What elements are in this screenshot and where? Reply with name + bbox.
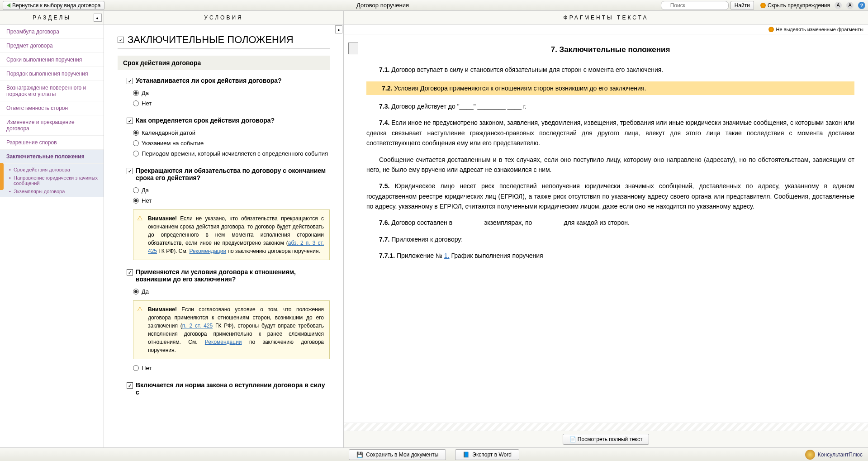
- full-text-row: 📄 Посмотреть полный текст: [344, 431, 868, 447]
- document-body[interactable]: 7. Заключительные положения 7.1. Договор…: [344, 34, 868, 423]
- back-button[interactable]: Вернуться к выбору вида договора: [3, 1, 104, 10]
- clause-num: 7.1.: [379, 66, 389, 73]
- clause-7-7-1: 7.7.1. Приложение № 1. График выполнения…: [366, 251, 854, 261]
- nav-item-payment[interactable]: Вознаграждение поверенного и порядок его…: [0, 81, 104, 101]
- question-5: ✓ Включается ли норма закона о вступлени…: [118, 381, 330, 396]
- nav-item-order[interactable]: Порядок выполнения поручения: [0, 67, 104, 81]
- q2-opt-2[interactable]: Указанием на событие: [127, 138, 330, 148]
- sub-item-validity[interactable]: Срок действия договора: [9, 166, 104, 174]
- font-size-icon-2[interactable]: A: [846, 2, 854, 9]
- sidebar: РАЗДЕЛЫ ◂ Преамбула договора Предмет дог…: [0, 11, 104, 447]
- fragments-subheader: Не выделять измененные фрагменты: [344, 25, 868, 34]
- collapse-sidebar-icon[interactable]: ◂: [94, 14, 102, 22]
- hide-warnings-link[interactable]: Скрыть предупреждения: [760, 2, 830, 9]
- warn2-link1[interactable]: п. 2 ст. 425: [182, 323, 213, 329]
- warn1-link2[interactable]: Рекомендации: [189, 248, 226, 254]
- q3-opt-yes[interactable]: Да: [127, 185, 330, 195]
- section-checkbox[interactable]: ✓: [118, 37, 124, 43]
- question-3-title: ✓ Прекращаются ли обязательства по догов…: [127, 167, 330, 181]
- radio-icon: [133, 198, 139, 204]
- clause-num: 7.7.: [379, 236, 389, 243]
- save-button[interactable]: 💾 Сохранить в Мои документы: [349, 449, 446, 460]
- clause-text-a: Приложение №: [395, 252, 444, 259]
- q4-opt-no-label: Нет: [142, 365, 152, 371]
- question-1-title: ✓ Устанавливается ли срок действия догов…: [127, 77, 330, 84]
- expand-panel-icon[interactable]: ▸: [335, 25, 342, 33]
- top-bar: Вернуться к выбору вида договора Договор…: [0, 0, 868, 11]
- nav-item-preamble[interactable]: Преамбула договора: [0, 25, 104, 39]
- q3-text: Прекращаются ли обязательства по договор…: [136, 167, 330, 181]
- nav-item-terms[interactable]: Сроки выполнения поручения: [0, 53, 104, 67]
- clause-num: 7.2.: [382, 85, 392, 92]
- warn1-t2: ГК РФ). См.: [157, 248, 189, 254]
- q3-checkbox[interactable]: ✓: [127, 168, 133, 174]
- q5-text: Включается ли норма закона о вступлении …: [136, 381, 330, 396]
- section-title: ✓ ЗАКЛЮЧИТЕЛЬНЫЕ ПОЛОЖЕНИЯ: [118, 34, 330, 49]
- q2-checkbox[interactable]: ✓: [127, 118, 133, 124]
- q4-checkbox[interactable]: ✓: [127, 269, 133, 276]
- search-input[interactable]: [661, 1, 729, 10]
- find-button[interactable]: Найти: [730, 1, 754, 10]
- subsection-title: Срок действия договора: [118, 56, 330, 70]
- bottom-bar: 💾 Сохранить в Мои документы 📘 Экспорт в …: [0, 447, 868, 461]
- q4-opt-no[interactable]: Нет: [127, 363, 330, 373]
- sub-item-copies[interactable]: Экземпляры договора: [9, 187, 104, 195]
- q4-opt-yes[interactable]: Да: [127, 286, 330, 297]
- clause-7-6: 7.6. Договор составлен в ________ экземп…: [366, 218, 854, 228]
- warn2-link2[interactable]: Рекомендации: [205, 339, 242, 345]
- q4-opt-yes-label: Да: [142, 288, 149, 295]
- radio-icon: [133, 365, 139, 371]
- clause-num: 7.5.: [379, 182, 389, 190]
- q5-checkbox[interactable]: ✓: [127, 382, 133, 389]
- scroll-fade: [344, 423, 868, 431]
- clause-text-b: График выполнения поручения: [450, 252, 543, 259]
- q1-checkbox[interactable]: ✓: [127, 78, 133, 84]
- question-5-title: ✓ Включается ли норма закона о вступлени…: [127, 381, 330, 396]
- question-1: ✓ Устанавливается ли срок действия догов…: [118, 77, 330, 109]
- clause-text: Договор составлен в ________ экземплярах…: [389, 219, 629, 226]
- nav-item-final[interactable]: Заключительные положения: [0, 150, 104, 164]
- q3-opt-no-label: Нет: [142, 197, 152, 204]
- document-icon[interactable]: [348, 43, 358, 54]
- clause-7-3: 7.3. Договор действует до "____" _______…: [366, 101, 854, 111]
- nav-item-termination[interactable]: Изменение и прекращение договора: [0, 115, 104, 136]
- q3-opt-yes-label: Да: [142, 187, 149, 194]
- clause-7-2: 7.2. Условия Договора применяются к отно…: [366, 81, 854, 95]
- appendix-link[interactable]: 1.: [444, 252, 450, 259]
- radio-icon: [133, 130, 139, 136]
- clause-text: Условия Договора применяются к отношения…: [392, 85, 646, 92]
- no-highlight-link[interactable]: Не выделять измененные фрагменты: [776, 27, 863, 32]
- conditions-body[interactable]: ✓ ЗАКЛЮЧИТЕЛЬНЫЕ ПОЛОЖЕНИЯ Срок действия…: [104, 25, 343, 447]
- q1-opt-no[interactable]: Нет: [127, 98, 330, 109]
- sub-item-notices[interactable]: Направление юридически значимых сообщени…: [9, 174, 104, 187]
- question-4: ✓ Применяются ли условия договора к отно…: [118, 268, 330, 373]
- clause-7-4: 7.4. Если иное не предусмотрено законом,…: [366, 118, 854, 148]
- nav-item-disputes[interactable]: Разрешение споров: [0, 136, 104, 150]
- q4-text: Применяются ли условия договора к отноше…: [136, 268, 330, 283]
- help-icon[interactable]: ?: [858, 2, 865, 9]
- q1-opt-yes[interactable]: Да: [127, 88, 330, 98]
- view-full-text-button[interactable]: 📄 Посмотреть полный текст: [563, 434, 650, 445]
- page-title: Договор поручения: [104, 2, 660, 9]
- q2-opt-1-label: Календарной датой: [142, 129, 195, 136]
- q1-opt-yes-label: Да: [142, 90, 149, 96]
- side-tab-handle[interactable]: [0, 163, 4, 190]
- clause-7-7: 7.7. Приложения к договору:: [366, 234, 854, 244]
- export-button[interactable]: 📘 Экспорт в Word: [455, 449, 519, 460]
- clause-text: Если иное не предусмотрено законом, заяв…: [366, 119, 854, 147]
- conditions-header: УСЛОВИЯ: [104, 11, 343, 25]
- full-text-label: Посмотреть полный текст: [578, 436, 643, 442]
- conditions-panel: УСЛОВИЯ ▸ ✓ ЗАКЛЮЧИТЕЛЬНЫЕ ПОЛОЖЕНИЯ Сро…: [104, 11, 344, 447]
- word-icon: 📘: [463, 451, 470, 458]
- nav-item-liability[interactable]: Ответственность сторон: [0, 101, 104, 115]
- font-size-icon[interactable]: A: [835, 2, 842, 9]
- question-2: ✓ Как определяется срок действия договор…: [118, 117, 330, 159]
- fragments-panel: ФРАГМЕНТЫ ТЕКСТА Не выделять измененные …: [344, 11, 868, 447]
- q2-opt-1[interactable]: Календарной датой: [127, 128, 330, 138]
- clause-text: Договор вступает в силу и становится обя…: [389, 66, 663, 73]
- question-4-title: ✓ Применяются ли условия договора к отно…: [127, 268, 330, 283]
- radio-icon: [133, 90, 139, 96]
- q3-opt-no[interactable]: Нет: [127, 195, 330, 206]
- nav-item-subject[interactable]: Предмет договора: [0, 39, 104, 53]
- q2-opt-3[interactable]: Периодом времени, который исчисляется с …: [127, 148, 330, 159]
